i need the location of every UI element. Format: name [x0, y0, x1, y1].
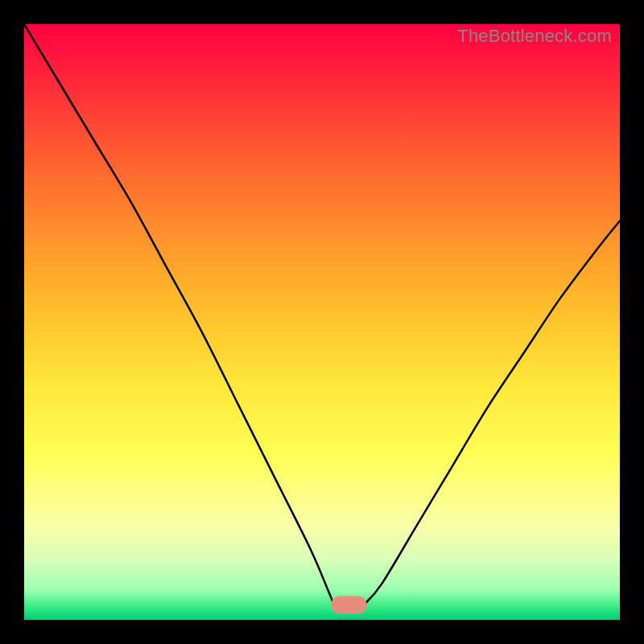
- plot-area: TheBottleneck.com: [24, 24, 620, 620]
- bottleneck-chart: [24, 24, 620, 620]
- watermark-label: TheBottleneck.com: [457, 26, 612, 47]
- gradient-background: [24, 24, 620, 620]
- chart-frame: TheBottleneck.com: [0, 0, 644, 644]
- optimal-marker: [331, 596, 366, 613]
